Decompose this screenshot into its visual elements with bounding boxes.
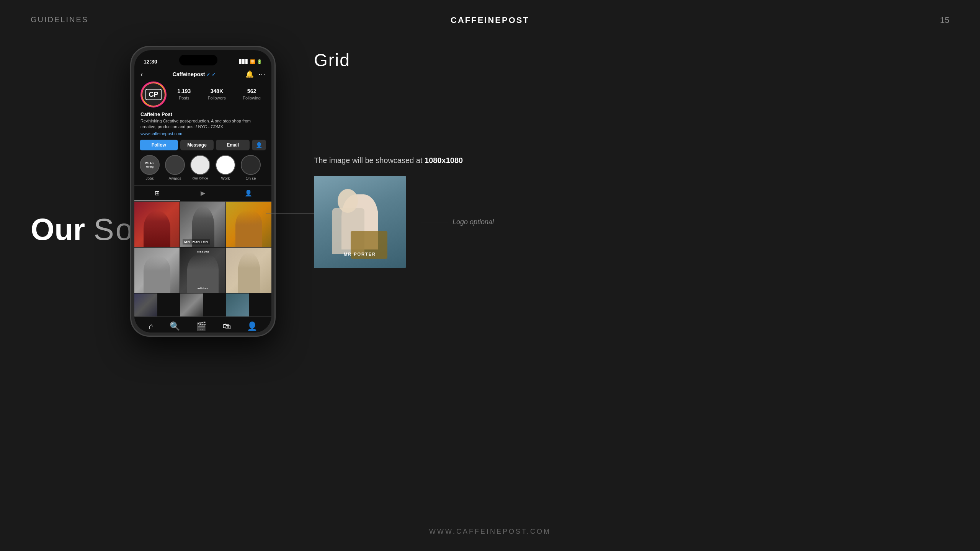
status-time: 12:30 xyxy=(144,59,157,65)
mr-porter-overlay: MR PORTER xyxy=(183,239,210,245)
brand-title: CAFFEINEPOST xyxy=(451,15,529,25)
brand-caffeine: CAFFEINE xyxy=(451,15,502,25)
grid-item-7[interactable] xyxy=(134,293,157,316)
adidas-text: adidas xyxy=(198,287,208,290)
tagged-icon: 👤 xyxy=(245,190,252,196)
shop-nav-icon[interactable]: 🛍 xyxy=(222,321,231,331)
tab-reels[interactable]: ▶ xyxy=(180,186,225,201)
ig-actions: Follow Message Email 👤 xyxy=(134,140,271,155)
grid-item-6[interactable] xyxy=(226,248,271,293)
connector-line xyxy=(266,214,315,214)
following-label: Following xyxy=(243,96,260,100)
dynamic-island xyxy=(179,55,217,65)
person-add-icon: 👤 xyxy=(256,142,262,148)
phone-screen: 12:30 ▋▋▋ 🛜 🔋 ‹ Caffeinepost ✓ 🔔 ⋯ xyxy=(134,50,271,333)
tab-grid[interactable]: ⊞ xyxy=(134,186,180,201)
highlight-office-circle xyxy=(190,155,210,175)
showcase-text-static: The image will be showcased at xyxy=(314,156,425,165)
showcase-label: The image will be showcased at 1080x1080 xyxy=(314,156,463,165)
followers-label: Followers xyxy=(208,96,226,100)
grid-title: Grid xyxy=(314,50,582,70)
status-icons: ▋▋▋ 🛜 🔋 xyxy=(239,59,262,64)
ig-username: Caffeinepost ✓ xyxy=(173,71,216,77)
ig-stats: 1.193 Posts 348K Followers 562 Following xyxy=(173,88,265,101)
avatar: CP xyxy=(140,82,167,108)
email-button[interactable]: Email xyxy=(216,140,250,150)
phone-shell: 12:30 ▋▋▋ 🛜 🔋 ‹ Caffeinepost ✓ 🔔 ⋯ xyxy=(130,46,276,337)
grid-item-5[interactable]: adidas MISSONI xyxy=(180,248,225,293)
ig-bottom-nav: ⌂ 🔍 🎬 🛍 👤 xyxy=(134,316,271,333)
highlight-onse-label: On se xyxy=(246,176,256,181)
grid-item-8[interactable] xyxy=(180,293,203,316)
grid-item-3[interactable] xyxy=(226,202,271,247)
phone-mockup: 12:30 ▋▋▋ 🛜 🔋 ‹ Caffeinepost ✓ 🔔 ⋯ xyxy=(130,46,276,337)
signal-icon: ▋▋▋ xyxy=(239,59,248,64)
grid-icon: ⊞ xyxy=(155,190,160,196)
highlight-jobs-label: Jobs xyxy=(145,176,154,181)
profile-nav-icon[interactable]: 👤 xyxy=(247,321,257,331)
posts-num: 1.193 xyxy=(177,88,191,94)
ig-tabs: ⊞ ▶ 👤 xyxy=(134,185,271,202)
logo-optional-group: Logo optional xyxy=(421,218,494,226)
highlight-office-label: Our Office xyxy=(193,176,208,180)
reels-icon: ▶ xyxy=(201,190,205,196)
status-bar: 12:30 ▋▋▋ 🛜 🔋 xyxy=(134,50,271,68)
verified-badge: ✓ xyxy=(206,72,210,77)
guidelines-label: GUIDELINES xyxy=(31,15,88,24)
more-icon[interactable]: ⋯ xyxy=(258,70,265,78)
highlight-work-label: Work xyxy=(221,176,230,181)
highlight-work-circle xyxy=(216,155,235,175)
following-stat: 562 Following xyxy=(243,88,260,101)
mr-porter-container: MR PORTER Logo optional xyxy=(314,176,494,268)
wifi-icon: 🛜 xyxy=(250,59,255,64)
search-nav-icon[interactable]: 🔍 xyxy=(170,321,180,331)
bio-name: Caffeine Post xyxy=(140,111,265,117)
highlight-awards-circle xyxy=(165,155,185,175)
grid-item-4[interactable] xyxy=(134,248,180,293)
ig-bio: Caffeine Post Re-thinking Creative post-… xyxy=(134,111,271,140)
mr-porter-label: MR PORTER xyxy=(314,252,406,256)
back-button[interactable]: ‹ xyxy=(140,70,143,78)
showcase-resolution: 1080x1080 xyxy=(425,156,463,165)
grid-item-9[interactable] xyxy=(226,293,249,316)
highlight-jobs-circle: We AreHiring xyxy=(140,155,160,175)
posts-stat: 1.193 Posts xyxy=(177,88,191,101)
message-button[interactable]: Message xyxy=(180,140,214,150)
top-divider xyxy=(23,27,957,27)
highlight-office[interactable]: Our Office xyxy=(190,155,210,181)
missoni-text: MISSONI xyxy=(197,251,209,253)
footer-url: WWW.CAFFEINEPOST.COM xyxy=(429,528,551,536)
brand-post: POST xyxy=(502,15,529,25)
home-nav-icon[interactable]: ⌂ xyxy=(149,321,154,331)
mr-porter-image: MR PORTER xyxy=(314,176,406,268)
highlight-work[interactable]: Work xyxy=(216,155,235,181)
highlight-awards-label: Awards xyxy=(168,176,181,181)
bell-icon[interactable]: 🔔 xyxy=(245,70,254,78)
logo-line xyxy=(421,222,448,222)
follow-button[interactable]: Follow xyxy=(140,140,178,150)
add-person-button[interactable]: 👤 xyxy=(252,140,266,150)
grid-item-2[interactable]: MR PORTER xyxy=(180,202,225,247)
ig-header-icons: 🔔 ⋯ xyxy=(245,70,265,78)
ig-header: ‹ Caffeinepost ✓ 🔔 ⋯ xyxy=(134,68,271,82)
ig-photo-grid: MR PORTER adidas xyxy=(134,202,271,316)
heading-bold: Our xyxy=(31,212,85,246)
highlight-on-se[interactable]: On se xyxy=(241,155,261,181)
ig-highlights: We AreHiring Jobs Awards Our Office Work xyxy=(134,155,271,185)
tab-tagged[interactable]: 👤 xyxy=(226,186,271,201)
highlight-awards[interactable]: Awards xyxy=(165,155,185,181)
following-num: 562 xyxy=(243,88,260,94)
bio-url[interactable]: www.caffeinepost.com xyxy=(140,131,265,136)
person-head xyxy=(338,189,358,213)
highlight-jobs[interactable]: We AreHiring Jobs xyxy=(140,155,160,181)
reels-nav-icon[interactable]: 🎬 xyxy=(196,321,206,331)
avatar-logo: CP xyxy=(145,89,161,100)
posts-label: Posts xyxy=(179,96,189,100)
ig-profile-row: CP 1.193 Posts 348K Followers 562 Follow… xyxy=(134,82,271,111)
grid-item-1[interactable] xyxy=(134,202,180,247)
highlight-onse-circle xyxy=(241,155,261,175)
page-number: 15 xyxy=(940,15,949,25)
logo-optional-text: Logo optional xyxy=(452,218,494,226)
avatar-inner: CP xyxy=(142,83,165,106)
bio-text: Re-thinking Creative post-production. A … xyxy=(140,118,265,130)
